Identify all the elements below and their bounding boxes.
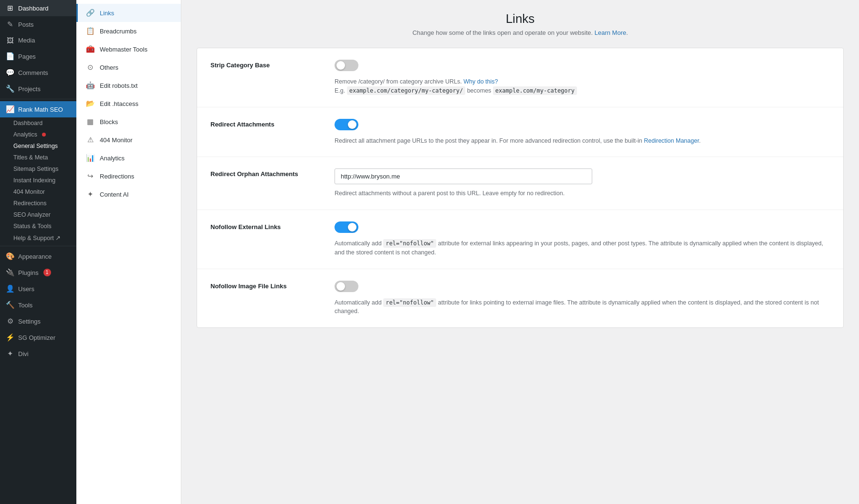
nofollow-image-toggle[interactable] <box>335 281 358 292</box>
dashboard-icon: ⊞ <box>6 4 14 12</box>
redirect-orphan-description: Redirect attachments without a parent po… <box>335 189 830 198</box>
nofollow-external-toggle[interactable] <box>335 221 358 233</box>
submenu-item-404-monitor[interactable]: 404 Monitor <box>0 186 76 198</box>
projects-icon: 🔧 <box>6 84 14 93</box>
sec-sidebar-item-links[interactable]: 🔗 Links <box>76 4 181 22</box>
strip-category-label: Strip Category Base <box>210 60 315 69</box>
sidebar-item-label: Projects <box>18 85 41 93</box>
sidebar-item-label: Rank Math SEO <box>18 106 63 113</box>
redirect-orphan-label: Redirect Orphan Attachments <box>210 168 315 178</box>
sidebar-item-posts[interactable]: ✎ Posts <box>0 16 76 32</box>
webmaster-tools-icon: 🧰 <box>85 45 95 53</box>
sec-sidebar-item-webmaster-tools[interactable]: 🧰 Webmaster Tools <box>76 40 181 58</box>
sec-sidebar-item-edit-htaccess[interactable]: 📂 Edit .htaccess <box>76 94 181 113</box>
nofollow-external-label: Nofollow External Links <box>210 221 315 231</box>
sidebar-item-dashboard[interactable]: ⊞ Dashboard <box>0 0 76 16</box>
nofollow-external-description: Automatically add rel="nofollow" attribu… <box>335 239 830 257</box>
sidebar-item-label: Appearance <box>18 253 52 260</box>
comments-icon: 💬 <box>6 68 14 77</box>
learn-more-link[interactable]: Learn More <box>595 29 626 36</box>
settings-row-nofollow-external: Nofollow External Links Automatically ad… <box>197 210 843 269</box>
redirect-attachments-description: Redirect all attachment page URLs to the… <box>335 136 830 146</box>
submenu-item-seo-analyzer[interactable]: SEO Analyzer <box>0 209 76 220</box>
breadcrumbs-icon: 📋 <box>85 27 95 35</box>
why-do-this-link[interactable]: Why do this? <box>463 78 498 85</box>
divi-icon: ✦ <box>6 349 14 358</box>
sidebar-item-label: Media <box>18 37 35 44</box>
nofollow-image-control: Automatically add rel="nofollow" attribu… <box>335 281 830 316</box>
main-content: 🔗 Links 📋 Breadcrumbs 🧰 Webmaster Tools … <box>76 0 859 504</box>
redirections-icon: ↪ <box>85 172 95 180</box>
sec-sidebar-item-breadcrumbs[interactable]: 📋 Breadcrumbs <box>76 22 181 40</box>
sidebar-item-comments[interactable]: 💬 Comments <box>0 64 76 81</box>
nofollow-external-control: Automatically add rel="nofollow" attribu… <box>335 221 830 257</box>
sec-sidebar-item-content-ai[interactable]: ✦ Content AI <box>76 185 181 203</box>
sidebar-item-users[interactable]: 👤 Users <box>0 281 76 297</box>
content-area: Links Change how some of the links open … <box>181 0 859 504</box>
example-from-code: example.com/category/my-category/ <box>347 86 465 95</box>
sidebar-item-pages[interactable]: 📄 Pages <box>0 48 76 64</box>
plugins-icon: 🔌 <box>6 268 14 277</box>
sidebar-item-label: Comments <box>18 69 48 76</box>
sec-sidebar-item-redirections[interactable]: ↪ Redirections <box>76 167 181 185</box>
settings-row-strip-category: Strip Category Base Remove /category/ fr… <box>197 48 843 107</box>
sg-optimizer-icon: ⚡ <box>6 333 14 342</box>
plugins-badge: 1 <box>43 269 51 276</box>
appearance-icon: 🎨 <box>6 252 14 261</box>
sidebar-item-plugins[interactable]: 🔌 Plugins 1 <box>0 264 76 281</box>
sec-sidebar-item-blocks[interactable]: ▦ Blocks <box>76 113 181 131</box>
sidebar-item-label: Plugins <box>18 269 39 276</box>
submenu-item-help-support[interactable]: Help & Support ↗ <box>0 232 76 244</box>
others-icon: ⊙ <box>85 63 95 72</box>
redirect-attachments-toggle[interactable] <box>335 119 358 130</box>
edit-robots-icon: 🤖 <box>85 81 95 90</box>
posts-icon: ✎ <box>6 20 14 29</box>
sec-sidebar-item-404-monitor[interactable]: ⚠ 404 Monitor <box>76 131 181 149</box>
sidebar-item-divi[interactable]: ✦ Divi <box>0 346 76 362</box>
settings-row-redirect-attachments: Redirect Attachments Redirect all attach… <box>197 107 843 158</box>
page-title: Links <box>197 11 844 26</box>
nofollow-image-label: Nofollow Image File Links <box>210 281 315 290</box>
sidebar-item-label: Pages <box>18 53 36 60</box>
sidebar-item-rank-math-seo[interactable]: 📈 Rank Math SEO <box>0 101 76 117</box>
sidebar-item-label: Settings <box>18 318 41 325</box>
settings-row-nofollow-image: Nofollow Image File Links Automatically … <box>197 269 843 328</box>
sec-sidebar-item-analytics[interactable]: 📊 Analytics <box>76 149 181 167</box>
sidebar-item-appearance[interactable]: 🎨 Appearance <box>0 248 76 264</box>
nofollow-external-knob <box>348 223 356 231</box>
sidebar-item-media[interactable]: 🖼 Media <box>0 32 76 48</box>
sidebar-item-tools[interactable]: 🔨 Tools <box>0 297 76 313</box>
submenu-item-sitemap[interactable]: Sitemap Settings <box>0 163 76 175</box>
redirect-orphan-input[interactable] <box>335 168 592 184</box>
pages-icon: 📄 <box>6 52 14 61</box>
strip-category-knob <box>336 61 345 70</box>
redirect-orphan-control: Redirect attachments without a parent po… <box>335 168 830 198</box>
redirect-attachments-knob <box>348 120 356 129</box>
users-icon: 👤 <box>6 284 14 293</box>
sidebar-item-projects[interactable]: 🔧 Projects <box>0 81 76 97</box>
submenu-item-redirections[interactable]: Redirections <box>0 198 76 209</box>
submenu-item-titles-meta[interactable]: Titles & Meta <box>0 152 76 163</box>
blocks-icon: ▦ <box>85 117 95 126</box>
sec-sidebar-item-others[interactable]: ⊙ Others <box>76 58 181 76</box>
admin-sidebar: ⊞ Dashboard ✎ Posts 🖼 Media 📄 Pages 💬 Co… <box>0 0 76 504</box>
strip-category-description: Remove /category/ from category archive … <box>335 77 830 95</box>
settings-card: Strip Category Base Remove /category/ fr… <box>197 48 844 328</box>
rank-math-submenu: Dashboard Analytics General Settings Tit… <box>0 117 76 244</box>
strip-category-toggle[interactable] <box>335 60 358 71</box>
sidebar-item-sg-optimizer[interactable]: ⚡ SG Optimizer <box>0 329 76 346</box>
redirection-manager-link[interactable]: Redirection Manager <box>644 137 699 144</box>
tools-icon: 🔨 <box>6 301 14 309</box>
settings-row-redirect-orphan: Redirect Orphan Attachments Redirect att… <box>197 157 843 210</box>
nofollow-image-code: rel="nofollow" <box>383 298 436 307</box>
submenu-item-analytics[interactable]: Analytics <box>0 129 76 140</box>
redirect-attachments-control: Redirect all attachment page URLs to the… <box>335 119 830 146</box>
sec-sidebar-item-edit-robots[interactable]: 🤖 Edit robots.txt <box>76 76 181 94</box>
nofollow-code: rel="nofollow" <box>383 239 436 248</box>
submenu-item-status-tools[interactable]: Status & Tools <box>0 220 76 232</box>
submenu-item-dashboard[interactable]: Dashboard <box>0 117 76 129</box>
sidebar-item-label: Tools <box>18 302 32 309</box>
submenu-item-instant-indexing[interactable]: Instant Indexing <box>0 175 76 186</box>
sidebar-item-settings[interactable]: ⚙ Settings <box>0 313 76 329</box>
submenu-item-general-settings[interactable]: General Settings <box>0 140 76 152</box>
